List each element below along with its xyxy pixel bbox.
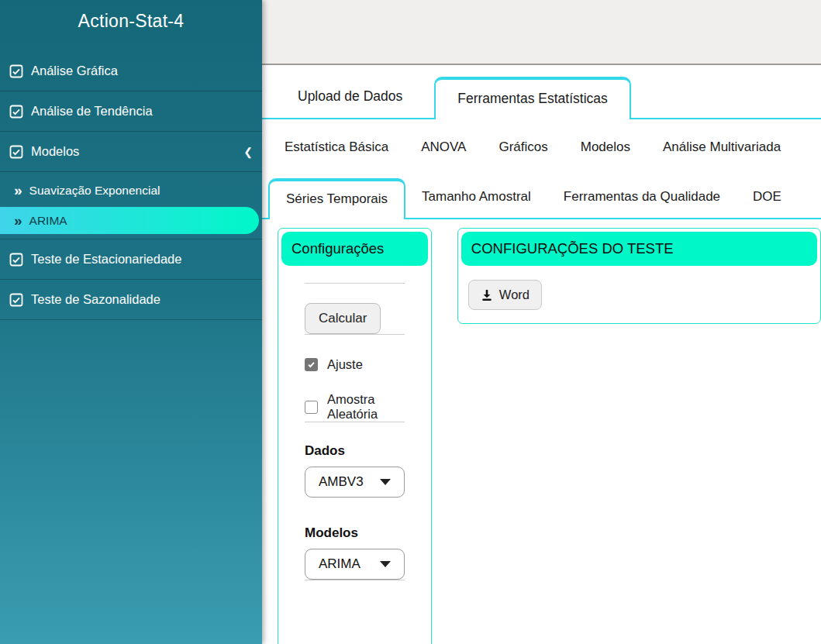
tab-modelos[interactable]: Modelos xyxy=(564,129,647,166)
sidebar-item-label: Teste de Estacionariedade xyxy=(31,252,181,267)
app-title: Action-Stat-4 xyxy=(0,0,262,41)
tab-doe[interactable]: DOE xyxy=(736,178,798,218)
configuracoes-do-teste-title: CONFIGURAÇÕES DO TESTE xyxy=(461,232,817,266)
dados-select[interactable]: AMBV3 xyxy=(305,467,405,498)
divider xyxy=(305,580,405,580)
tab-ferramentas-da-qualidade[interactable]: Ferramentas da Qualidade xyxy=(547,178,736,218)
divider xyxy=(305,283,405,284)
tab-series-temporais[interactable]: Séries Temporais xyxy=(268,178,405,219)
sidebar-nav: Análise Gráfica Análise de Tendência Mod… xyxy=(0,51,262,320)
sidebar-subitem-label: Suavização Exponencial xyxy=(29,184,160,198)
checkbox-icon xyxy=(9,145,23,159)
configuracoes-panel-body: Calcular Ajuste Amostra Aleatória Dados … xyxy=(278,269,431,580)
double-chevron-right-icon: » xyxy=(14,183,22,198)
word-export-button[interactable]: Word xyxy=(468,280,542,310)
primary-tab-bar: Upload de Dados Ferramentas Estatísticas xyxy=(262,77,821,119)
checkbox-icon xyxy=(9,105,23,119)
tab-anova[interactable]: ANOVA xyxy=(405,129,482,166)
ajuste-checkbox-label: Ajuste xyxy=(327,357,363,372)
chevron-left-icon: ❮ xyxy=(243,146,253,158)
main-area: Upload de Dados Ferramentas Estatísticas… xyxy=(262,0,821,644)
ajuste-checkbox[interactable] xyxy=(305,358,318,371)
divider xyxy=(305,422,405,422)
modelos-select[interactable]: ARIMA xyxy=(305,549,405,580)
sidebar-subitem-arima[interactable]: » ARIMA xyxy=(0,207,259,234)
amostra-aleatoria-checkbox-label: Amostra Aleatória xyxy=(327,392,405,422)
tab-estatistica-basica[interactable]: Estatística Básica xyxy=(268,129,405,166)
sidebar-item-analise-grafica[interactable]: Análise Gráfica xyxy=(0,51,262,91)
sidebar-item-modelos[interactable]: Modelos ❮ xyxy=(0,132,262,172)
sidebar-item-label: Análise Gráfica xyxy=(31,64,118,78)
sidebar-subitem-suavizacao-exponencial[interactable]: » Suavização Exponencial xyxy=(0,177,262,204)
caret-down-icon xyxy=(380,561,391,567)
calcular-button[interactable]: Calcular xyxy=(305,303,381,334)
tab-ferramentas-estatisticas[interactable]: Ferramentas Estatísticas xyxy=(434,77,631,119)
ajuste-checkbox-row[interactable]: Ajuste xyxy=(305,357,405,372)
sidebar-item-label: Análise de Tendência xyxy=(31,104,153,119)
sidebar-item-label: Modelos xyxy=(31,144,79,159)
dados-label: Dados xyxy=(305,443,405,459)
configuracoes-do-teste-body: Word xyxy=(458,269,820,323)
modelos-select-value: ARIMA xyxy=(319,556,360,572)
sidebar-item-label: Teste de Sazonalidade xyxy=(31,292,160,307)
content-area: Configurações Calcular Ajuste Amostra Al… xyxy=(262,219,821,644)
checkbox-icon xyxy=(9,253,23,267)
word-export-label: Word xyxy=(499,288,530,302)
tab-tamanho-amostral[interactable]: Tamanho Amostral xyxy=(405,178,547,218)
sidebar: Action-Stat-4 Análise Gráfica Análise de… xyxy=(0,0,262,644)
modelos-label: Modelos xyxy=(305,525,405,541)
sidebar-item-analise-tendencia[interactable]: Análise de Tendência xyxy=(0,91,262,132)
tab-upload-de-dados[interactable]: Upload de Dados xyxy=(276,77,424,118)
checkbox-icon xyxy=(9,293,23,307)
sidebar-item-teste-estacionariedade[interactable]: Teste de Estacionariedade xyxy=(0,239,262,280)
caret-down-icon xyxy=(380,479,391,485)
secondary-tab-bar: Estatística Básica ANOVA Gráficos Modelo… xyxy=(262,129,821,219)
sidebar-subitem-label: ARIMA xyxy=(29,214,67,228)
sidebar-item-teste-sazonalidade[interactable]: Teste de Sazonalidade xyxy=(0,280,262,320)
amostra-aleatoria-checkbox-row[interactable]: Amostra Aleatória xyxy=(305,392,405,422)
configuracoes-do-teste-panel: CONFIGURAÇÕES DO TESTE Word xyxy=(457,228,821,324)
sidebar-subgroup-modelos: » Suavização Exponencial » ARIMA xyxy=(0,172,262,239)
divider xyxy=(305,334,405,335)
top-header-band xyxy=(262,0,821,65)
amostra-aleatoria-checkbox[interactable] xyxy=(305,401,318,414)
download-icon xyxy=(481,289,493,301)
checkbox-icon xyxy=(9,64,23,78)
configuracoes-panel-title: Configurações xyxy=(281,232,428,266)
tab-analise-multivariada[interactable]: Análise Multivariada xyxy=(647,129,797,166)
configuracoes-panel: Configurações Calcular Ajuste Amostra Al… xyxy=(278,228,432,644)
tab-graficos[interactable]: Gráficos xyxy=(482,129,564,166)
double-chevron-right-icon: » xyxy=(14,213,22,228)
dados-select-value: AMBV3 xyxy=(319,474,364,490)
